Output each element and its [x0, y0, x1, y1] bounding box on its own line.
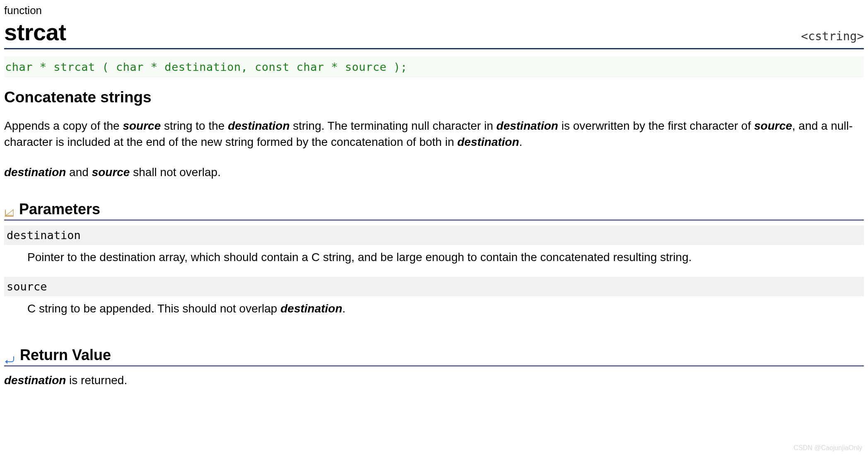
return-value-heading: Return Value [4, 346, 864, 366]
return-icon [4, 351, 15, 360]
param-name: source [4, 277, 864, 296]
param-description: C string to be appended. This should not… [4, 296, 864, 327]
title-row: strcat <cstring> [4, 19, 864, 49]
header-include: <cstring> [801, 29, 864, 43]
description-paragraph-2: destination and source shall not overlap… [4, 164, 864, 180]
summary-heading: Concatenate strings [4, 89, 864, 106]
return-value-heading-text: Return Value [20, 346, 111, 364]
function-title: strcat [4, 19, 66, 46]
category-label: function [4, 4, 864, 17]
parameters-list: destinationPointer to the destination ar… [4, 225, 864, 327]
parameters-heading-text: Parameters [19, 201, 100, 218]
param-name: destination [4, 225, 864, 245]
signature-code: char * strcat ( char * destination, cons… [5, 61, 407, 73]
description-paragraph-1: Appends a copy of the source string to t… [4, 118, 864, 150]
return-value-description: destination is returned. [4, 372, 864, 388]
ruler-icon [4, 204, 14, 214]
param-description: Pointer to the destination array, which … [4, 245, 864, 275]
signature-box: char * strcat ( char * destination, cons… [4, 57, 864, 77]
parameters-heading: Parameters [4, 201, 864, 220]
